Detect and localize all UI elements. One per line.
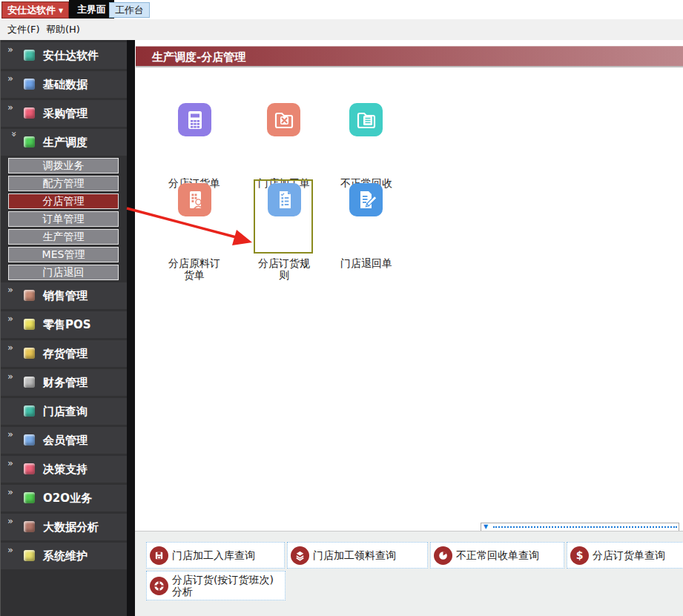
shortcut-label[interactable]: 门店退回单 [337, 257, 396, 269]
submenu-item-production[interactable]: 生产管理 [8, 229, 119, 245]
shortcut-branch-order[interactable] [178, 103, 211, 136]
sidebar-group-sales[interactable]: » 销售管理 [1, 282, 127, 309]
chevron-right-icon: » [7, 313, 12, 324]
tab-main-view[interactable]: 主界面 [69, 0, 114, 19]
chevron-right-icon: » [7, 102, 12, 113]
chevron-right-icon: » [7, 515, 12, 526]
chevron-right-icon: » [7, 342, 12, 353]
sidebar-group-basic-data[interactable]: » 基础数据 [1, 71, 127, 98]
submenu-item-branch-selected[interactable]: 分店管理 [8, 193, 119, 209]
menu-help[interactable]: 帮助(H) [42, 19, 85, 40]
query-branch-order[interactable]: $ 分店订货单查询 [567, 542, 683, 569]
submenu-item-store-return[interactable]: 门店退回 [8, 265, 119, 280]
sidebar-group-store-query[interactable]: 门店查询 [1, 398, 127, 425]
module-icon [24, 348, 35, 359]
splitter-dotted-track [493, 526, 677, 528]
document-pencil-icon [354, 188, 378, 212]
menu-file[interactable]: 文件(F) [3, 19, 44, 40]
module-icon [24, 492, 35, 503]
query-store-processing-picking[interactable]: 门店加工领料查询 [287, 542, 428, 569]
sidebar-group-retail-pos[interactable]: » 零售POS [1, 311, 127, 338]
sidebar-group-decision[interactable]: » 决策支持 [1, 456, 127, 483]
sidebar-nav: » 安仕达软件 » 基础数据 » 采购管理 » 生产调度 调拨业务 配方管理 分… [0, 40, 127, 616]
folder-tools-icon [272, 108, 296, 132]
target-icon [150, 577, 168, 595]
module-icon [24, 79, 35, 90]
submenu-item-transfer[interactable]: 调拨业务 [8, 158, 119, 173]
chevron-right-icon: » [7, 544, 12, 555]
folder-document-icon [354, 108, 378, 132]
pie-chart-icon [434, 546, 452, 565]
submenu-item-mes[interactable]: MES管理 [8, 247, 119, 262]
sidebar-group-bigdata[interactable]: » 大数据分析 [1, 514, 127, 540]
sidebar-group-anshida[interactable]: » 安仕达软件 [1, 42, 127, 69]
module-icon [24, 463, 35, 474]
chevron-right-icon: » [7, 44, 12, 55]
module-icon [24, 521, 35, 532]
submenu-item-orders[interactable]: 订单管理 [8, 211, 119, 227]
query-store-processing-inbound[interactable]: 门店加工入库查询 [146, 542, 285, 569]
chevron-right-icon: » [7, 371, 12, 382]
module-icon [24, 405, 35, 417]
chevron-down-icon: » [9, 131, 20, 136]
document-person-icon [183, 188, 207, 212]
shortcut-store-return-order[interactable] [349, 183, 383, 216]
sidebar-group-finance[interactable]: » 财务管理 [1, 369, 127, 396]
sidebar-group-o2o[interactable]: » O2O业务 [1, 485, 127, 511]
save-icon [150, 546, 168, 565]
module-icon [24, 290, 35, 301]
splitter-handle-icon: ▼ [484, 523, 488, 531]
chevron-right-icon: » [7, 457, 12, 468]
shortcut-label[interactable]: 分店原料订货单 [165, 257, 224, 281]
sidebar-splitter[interactable] [127, 40, 135, 616]
layers-icon [291, 546, 309, 565]
sidebar-group-purchasing[interactable]: » 采购管理 [1, 100, 127, 127]
module-icon [24, 377, 35, 388]
tab-strip: 安仕达软件▼ 主界面 工作台 [0, 0, 683, 19]
production-submenu: 调拨业务 配方管理 分店管理 订单管理 生产管理 MES管理 门店退回 [1, 158, 127, 280]
chevron-right-icon: » [7, 73, 12, 84]
sidebar-group-inventory[interactable]: » 存货管理 [1, 340, 127, 367]
caret-down-icon: ▼ [59, 7, 63, 14]
bottom-panel: 门店加工入库查询 门店加工领料查询 不正常回收单查询 $ 分店订货单查询 [135, 531, 683, 616]
menu-bar: 文件(F) 帮助(H) [0, 19, 683, 41]
chevron-right-icon: » [7, 428, 12, 440]
query-abnormal-recovery[interactable]: 不正常回收单查询 [430, 542, 564, 569]
calculator-icon [183, 108, 207, 132]
app-menu-label: 安仕达软件 [7, 4, 56, 16]
sidebar-group-maintenance[interactable]: » 系统维护 [1, 543, 127, 569]
sidebar-group-members[interactable]: » 会员管理 [1, 427, 127, 454]
main-content: 生产调度-分店管理 分店订货单 门店加工单 不正常回收单 [135, 40, 683, 531]
app-menu-button[interactable]: 安仕达软件▼ [1, 1, 69, 19]
shortcut-store-processing[interactable] [267, 103, 300, 136]
chevron-right-icon: » [7, 284, 12, 295]
shortcut-label[interactable]: 分店订货规则 [254, 257, 314, 281]
shortcut-branch-material-order[interactable] [178, 183, 211, 216]
tab-workbench[interactable]: 工作台 [109, 2, 150, 18]
module-icon [24, 434, 35, 446]
chevron-right-icon: » [7, 486, 12, 497]
shortcut-branch-order-rules[interactable] [268, 183, 301, 216]
analysis-branch-order-by-shift[interactable]: 分店订货(按订货班次)分析 [146, 571, 286, 600]
module-icon [24, 107, 35, 119]
module-icon [24, 319, 35, 330]
module-icon [24, 50, 35, 61]
module-icon [24, 550, 35, 561]
page-title: 生产调度-分店管理 [136, 46, 683, 67]
dollar-icon: $ [570, 546, 589, 565]
module-icon [24, 136, 35, 148]
shortcut-abnormal-recovery[interactable] [349, 103, 383, 136]
sidebar-group-production-expanded[interactable]: » 生产调度 [1, 129, 127, 156]
document-checklist-icon [273, 188, 297, 212]
submenu-item-recipe[interactable]: 配方管理 [8, 176, 119, 191]
